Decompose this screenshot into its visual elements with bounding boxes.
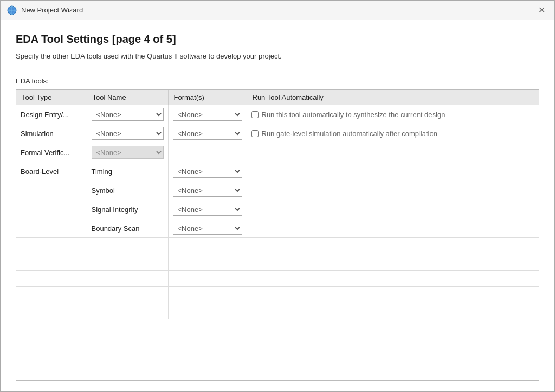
tool-name-simulation-cell: <None>	[87, 124, 168, 143]
run-auto-formal-verif-cell	[247, 143, 539, 162]
close-button[interactable]: ✕	[535, 4, 548, 17]
empty-cell	[168, 303, 247, 319]
tool-type-design-entry: Design Entry/...	[16, 105, 87, 124]
run-auto-simulation-label: Run gate-level simulation automatically …	[262, 130, 437, 138]
empty-cell	[16, 287, 87, 303]
empty-cell	[247, 238, 539, 254]
title-bar: New Project Wizard ✕	[1, 1, 554, 20]
format-timing-cell: <None>	[168, 162, 247, 181]
tool-type-formal-verif: Formal Verific...	[16, 143, 87, 162]
empty-cell	[87, 254, 168, 271]
empty-cell	[168, 287, 247, 303]
tool-name-timing-cell: Timing	[87, 162, 168, 181]
table-row: Formal Verific... <None>	[16, 143, 539, 162]
format-symbol-cell: <None>	[168, 181, 247, 200]
empty-cell	[87, 238, 168, 254]
tool-type-empty-1	[16, 181, 87, 200]
table-header-row: Tool Type Tool Name Format(s) Run Tool A…	[16, 90, 539, 105]
tool-type-empty-3	[16, 219, 87, 238]
empty-cell	[16, 254, 87, 271]
empty-cell	[16, 271, 87, 287]
format-simulation-select[interactable]: <None>	[173, 127, 242, 140]
section-label: EDA tools:	[16, 77, 539, 85]
run-auto-symbol-cell	[247, 181, 539, 200]
tool-name-signal-integrity-cell: Signal Integrity	[87, 200, 168, 219]
table-row: Simulation <None> <None>	[16, 124, 539, 143]
tool-name-formal-verif-select[interactable]: <None>	[92, 146, 164, 159]
empty-cell	[16, 303, 87, 319]
table-row: Symbol <None>	[16, 181, 539, 200]
table-row: Signal Integrity <None>	[16, 200, 539, 219]
tool-name-design-entry-cell: <None>	[87, 105, 168, 124]
tool-type-empty-2	[16, 200, 87, 219]
tool-name-boundary-scan-cell: Boundary Scan	[87, 219, 168, 238]
empty-cell	[87, 287, 168, 303]
page-title: EDA Tool Settings [page 4 of 5]	[16, 33, 539, 46]
format-boundary-scan-select[interactable]: <None>	[173, 222, 242, 235]
format-design-entry-cell: <None>	[168, 105, 247, 124]
description-text: Specify the other EDA tools used with th…	[16, 52, 539, 60]
tool-name-symbol-cell: Symbol	[87, 181, 168, 200]
main-content: EDA Tool Settings [page 4 of 5] Specify …	[1, 20, 554, 391]
empty-row-3	[16, 271, 539, 287]
globe-icon	[7, 5, 17, 15]
col-header-tool-name: Tool Name	[87, 90, 168, 105]
empty-row-4	[16, 287, 539, 303]
tool-type-simulation: Simulation	[16, 124, 87, 143]
col-header-formats: Format(s)	[168, 90, 247, 105]
run-auto-simulation-checkbox[interactable]	[251, 130, 259, 137]
title-bar-left: New Project Wizard	[7, 5, 83, 15]
tool-type-board-level: Board-Level	[16, 162, 87, 181]
run-auto-design-entry-label: Run this tool automatically to synthesiz…	[262, 111, 446, 119]
empty-cell	[247, 287, 539, 303]
eda-tools-table-container: Tool Type Tool Name Format(s) Run Tool A…	[16, 89, 539, 381]
window-title: New Project Wizard	[21, 6, 83, 14]
format-timing-select[interactable]: <None>	[173, 165, 242, 178]
run-auto-signal-integrity-cell	[247, 200, 539, 219]
col-header-tool-type: Tool Type	[16, 90, 87, 105]
table-row: Board-Level Timing <None>	[16, 162, 539, 181]
empty-row-5	[16, 303, 539, 319]
empty-cell	[168, 254, 247, 271]
empty-row-2	[16, 254, 539, 271]
tool-name-formal-verif-cell: <None>	[87, 143, 168, 162]
divider	[16, 69, 539, 69]
run-auto-timing-cell	[247, 162, 539, 181]
empty-cell	[247, 271, 539, 287]
format-formal-verif-cell	[168, 143, 247, 162]
eda-tools-table: Tool Type Tool Name Format(s) Run Tool A…	[16, 90, 539, 319]
empty-cell	[247, 254, 539, 271]
run-auto-boundary-scan-cell	[247, 219, 539, 238]
empty-cell	[247, 303, 539, 319]
tool-name-design-entry-select[interactable]: <None>	[92, 108, 164, 121]
format-simulation-cell: <None>	[168, 124, 247, 143]
run-auto-simulation-cell: Run gate-level simulation automatically …	[247, 124, 539, 143]
col-header-run-auto: Run Tool Automatically	[247, 90, 539, 105]
main-window: New Project Wizard ✕ EDA Tool Settings […	[0, 0, 555, 392]
table-row: Design Entry/... <None> <None>	[16, 105, 539, 124]
run-auto-design-entry-row: Run this tool automatically to synthesiz…	[251, 111, 535, 119]
empty-cell	[168, 238, 247, 254]
tool-name-simulation-select[interactable]: <None>	[92, 127, 164, 140]
empty-cell	[87, 303, 168, 319]
run-auto-simulation-row: Run gate-level simulation automatically …	[251, 130, 535, 138]
format-signal-integrity-select[interactable]: <None>	[173, 203, 242, 216]
empty-cell	[16, 238, 87, 254]
empty-cell	[87, 271, 168, 287]
empty-cell	[168, 271, 247, 287]
run-auto-design-entry-cell: Run this tool automatically to synthesiz…	[247, 105, 539, 124]
format-signal-integrity-cell: <None>	[168, 200, 247, 219]
format-boundary-scan-cell: <None>	[168, 219, 247, 238]
table-row: Boundary Scan <None>	[16, 219, 539, 238]
format-symbol-select[interactable]: <None>	[173, 184, 242, 197]
empty-row-1	[16, 238, 539, 254]
format-design-entry-select[interactable]: <None>	[173, 108, 242, 121]
run-auto-design-entry-checkbox[interactable]	[251, 111, 259, 118]
